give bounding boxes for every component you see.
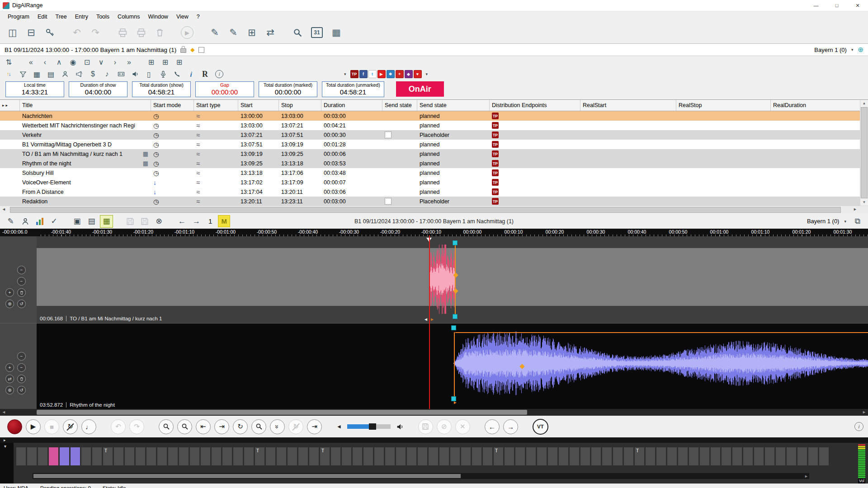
overview-segment[interactable]: T bbox=[103, 447, 113, 465]
volume-envelope-line[interactable] bbox=[455, 332, 868, 333]
column-header-Stop[interactable]: Stop bbox=[279, 100, 321, 111]
nudge-left-icon[interactable]: ← bbox=[176, 216, 188, 227]
scroll-right-icon[interactable]: ► bbox=[804, 474, 808, 479]
overview-segment[interactable] bbox=[483, 447, 492, 465]
endpoint-twitter-icon[interactable]: t bbox=[368, 70, 377, 78]
goto-end-button[interactable]: ⇥ bbox=[214, 419, 229, 434]
overview-segment[interactable] bbox=[505, 447, 514, 465]
goto-start-button[interactable]: ⇤ bbox=[196, 419, 211, 434]
clip-marker-icon[interactable] bbox=[453, 240, 458, 245]
overview-segment[interactable] bbox=[722, 447, 731, 465]
edit-template-icon[interactable]: ✎ bbox=[225, 24, 241, 41]
column-header-Send state[interactable]: Send state bbox=[382, 100, 417, 111]
overview-segment[interactable] bbox=[700, 447, 709, 465]
autoscroll-button[interactable]: ↻ bbox=[288, 419, 303, 434]
overview-segment[interactable] bbox=[222, 447, 232, 465]
reset-button[interactable]: ↺ bbox=[17, 300, 26, 308]
metronome-button[interactable]: ♩ bbox=[81, 419, 96, 434]
zoom-selection-button[interactable] bbox=[251, 419, 266, 434]
overview-segment[interactable] bbox=[157, 447, 167, 465]
multitrack-mode-icon[interactable]: ▦ bbox=[100, 215, 113, 228]
table-row[interactable]: Rhythm of the night▦◷≈13:09:2513:13:1800… bbox=[0, 159, 868, 168]
marker-row[interactable]: ▸ bbox=[0, 437, 868, 443]
approve-icon[interactable]: ✓ bbox=[48, 216, 60, 227]
play-entry-icon[interactable]: ▶ bbox=[181, 26, 193, 39]
center-button[interactable]: ⊕ bbox=[5, 386, 14, 394]
table-row[interactable]: Nachrichten◷≈13:00:0013:03:0000:03:00pla… bbox=[0, 111, 868, 121]
calendar-icon[interactable]: 31 bbox=[311, 27, 323, 38]
paste-icon[interactable]: ▤ bbox=[85, 216, 98, 227]
overview-segment[interactable] bbox=[353, 447, 362, 465]
column-header-Send state[interactable]: Send state bbox=[417, 100, 490, 111]
overview-segment[interactable] bbox=[646, 447, 655, 465]
marker-row-caret-icon[interactable]: ▸ bbox=[4, 438, 6, 442]
overview-segment[interactable] bbox=[309, 447, 319, 465]
voice-track-button[interactable]: VT bbox=[533, 419, 548, 435]
overview-collapse-icon[interactable]: ▾ bbox=[4, 444, 6, 449]
previous-item-button[interactable]: ← bbox=[485, 419, 500, 434]
overview-segment[interactable]: T bbox=[255, 447, 264, 465]
square-icon[interactable] bbox=[198, 47, 204, 53]
table-vertical-scrollbar[interactable]: ▲ ▼ bbox=[860, 100, 868, 206]
timeline-ruler[interactable]: -00:00:06.0 -00:01:40-00:01:30-00:01:20-… bbox=[0, 229, 868, 236]
overview-segment[interactable] bbox=[776, 447, 785, 465]
add-channel-icon[interactable]: ⊕ bbox=[858, 46, 863, 54]
table-insert-icon[interactable]: ⊞ bbox=[145, 57, 157, 67]
save-icon[interactable] bbox=[124, 216, 136, 227]
endpoint-plus-icon[interactable]: + bbox=[396, 70, 404, 78]
scroll-left-icon[interactable]: ◄ bbox=[2, 410, 6, 414]
column-header-Title[interactable]: Title bbox=[20, 100, 151, 111]
discard-button[interactable]: ✕ bbox=[455, 419, 470, 434]
send-checkbox[interactable] bbox=[385, 198, 392, 205]
record-button[interactable] bbox=[7, 419, 22, 434]
overview-segment[interactable] bbox=[418, 447, 427, 465]
zoom-in-button[interactable] bbox=[159, 419, 174, 434]
permissions-icon[interactable] bbox=[42, 24, 58, 41]
mark-mode-button[interactable]: M bbox=[218, 215, 230, 227]
overview-segment[interactable] bbox=[819, 447, 829, 465]
editor-horizontal-scrollbar[interactable]: ◄ ► bbox=[0, 409, 868, 416]
send-checkbox[interactable] bbox=[385, 131, 392, 138]
clip-marker-icon[interactable] bbox=[453, 314, 458, 319]
overview-segment[interactable] bbox=[580, 447, 590, 465]
overview-segment[interactable] bbox=[797, 447, 807, 465]
scroll-up-icon[interactable]: ▲ bbox=[863, 100, 866, 107]
scrollbar-thumb[interactable] bbox=[33, 474, 461, 478]
table-row[interactable]: B1 Vormittag/Mittag Openerbett 3 D◷≈13:0… bbox=[0, 140, 868, 149]
redo-icon[interactable]: ↷ bbox=[87, 24, 104, 41]
calendar-day-icon[interactable]: ⊡ bbox=[81, 57, 93, 67]
waveform-canvas-2[interactable] bbox=[453, 329, 868, 398]
cartwall-icon[interactable] bbox=[115, 69, 127, 80]
speaker-button[interactable] bbox=[396, 423, 404, 431]
overview-segment[interactable] bbox=[27, 447, 37, 465]
menu-item-7[interactable]: View bbox=[172, 13, 193, 21]
audio-clip-1[interactable]: ◄ ► bbox=[429, 244, 455, 315]
delete-button[interactable] bbox=[17, 375, 26, 383]
overview-segment[interactable] bbox=[450, 447, 460, 465]
overview-segment[interactable] bbox=[146, 447, 156, 465]
overview-segment[interactable] bbox=[16, 447, 26, 465]
edit-entry-icon[interactable]: ✎ bbox=[207, 24, 223, 41]
table-link-icon[interactable]: ⊞ bbox=[173, 57, 185, 67]
recorder-icon[interactable]: R bbox=[199, 69, 211, 80]
overview-segment[interactable]: T bbox=[494, 447, 503, 465]
save-audio-button[interactable] bbox=[418, 419, 433, 434]
overview-segment[interactable] bbox=[732, 447, 742, 465]
table-properties-icon[interactable]: ⊞ bbox=[244, 24, 260, 41]
upload-button[interactable]: ⊘ bbox=[437, 419, 452, 434]
overview-segment[interactable] bbox=[81, 447, 91, 465]
overview-segment[interactable] bbox=[71, 447, 80, 465]
editor-expand-icon[interactable]: ⧉ bbox=[851, 216, 863, 227]
close-button[interactable]: ✕ bbox=[847, 0, 868, 11]
redo-button[interactable]: ↷ bbox=[129, 419, 144, 434]
play-button[interactable]: ▶ bbox=[26, 419, 41, 434]
pan-button[interactable]: ⇄ bbox=[5, 375, 14, 383]
info-icon[interactable]: i bbox=[185, 69, 197, 80]
overview-segment[interactable] bbox=[808, 447, 818, 465]
scroll-right-icon[interactable]: ► bbox=[862, 410, 866, 414]
save-as-icon[interactable] bbox=[138, 216, 151, 227]
onair-button[interactable]: OnAir bbox=[396, 81, 444, 97]
cancel-icon[interactable]: ⊗ bbox=[153, 216, 165, 227]
announcement-icon[interactable] bbox=[73, 69, 85, 80]
overview-segment[interactable] bbox=[570, 447, 579, 465]
